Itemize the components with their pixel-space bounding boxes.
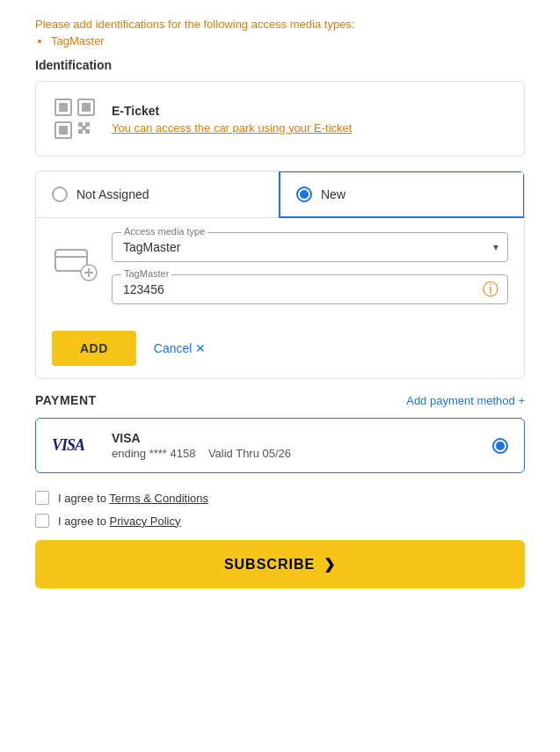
- privacy-checkbox-row: I agree to Privacy Policy: [35, 514, 525, 528]
- radio-selection-area: Not Assigned New Access media type TagMa…: [35, 171, 525, 379]
- info-icon[interactable]: ⓘ: [483, 279, 498, 300]
- add-payment-link[interactable]: Add payment method +: [406, 394, 525, 407]
- terms-checkbox-row: I agree to Terms & Conditions: [35, 491, 525, 505]
- card-radio-selected[interactable]: [492, 438, 508, 454]
- eticket-icon: [52, 96, 98, 142]
- privacy-link[interactable]: Privacy Policy: [110, 515, 181, 528]
- privacy-checkbox[interactable]: [35, 514, 49, 528]
- terms-link[interactable]: Terms & Conditions: [109, 492, 208, 505]
- privacy-label: I agree to Privacy Policy: [58, 515, 180, 528]
- cancel-label: Cancel: [154, 341, 193, 355]
- eticket-box: E-Ticket You can access the car park usi…: [35, 81, 525, 157]
- tagmaster-value: 123456: [123, 282, 164, 296]
- card-info: VISA ending **** 4158 Valid Thru 05/26: [112, 431, 478, 460]
- svg-rect-1: [59, 103, 68, 112]
- subscribe-button[interactable]: SUBSCRIBE ❯: [35, 540, 525, 588]
- cancel-icon: ✕: [195, 341, 206, 355]
- visa-logo: VISA: [52, 436, 98, 455]
- access-media-type-field[interactable]: Access media type TagMaster ▾: [112, 232, 508, 262]
- radio-not-assigned-circle: [52, 186, 68, 202]
- button-row: ADD Cancel ✕: [36, 318, 524, 378]
- chevron-right-icon: ❯: [324, 556, 336, 573]
- eticket-title: E-Ticket: [112, 104, 352, 118]
- payment-title: PAYMENT: [35, 393, 97, 407]
- dropdown-arrow-icon: ▾: [493, 241, 498, 253]
- radio-new[interactable]: New: [279, 171, 525, 218]
- radio-not-assigned-label: Not Assigned: [76, 187, 149, 201]
- payment-header: PAYMENT Add payment method +: [35, 393, 525, 407]
- radio-new-circle: [296, 186, 312, 202]
- card-valid: Valid Thru 05/26: [208, 447, 291, 460]
- alert-text: Please add identifications for the follo…: [35, 18, 525, 31]
- add-card-icon: [52, 239, 98, 285]
- eticket-desc-link: E-ticket: [314, 121, 352, 135]
- radio-row: Not Assigned New: [36, 172, 524, 218]
- svg-rect-10: [82, 126, 86, 130]
- card-brand-name: VISA: [112, 431, 478, 445]
- access-media-type-value: TagMaster: [123, 240, 180, 254]
- terms-label: I agree to Terms & Conditions: [58, 492, 208, 505]
- card-details: ending **** 4158 Valid Thru 05/26: [112, 447, 478, 460]
- eticket-desc: You can access the car park using your E…: [112, 121, 352, 135]
- card-ending: ending **** 4158: [112, 447, 195, 460]
- eticket-info: E-Ticket You can access the car park usi…: [112, 104, 352, 135]
- svg-rect-5: [59, 126, 68, 135]
- add-button[interactable]: ADD: [52, 331, 136, 366]
- eticket-desc-prefix: You can access the car park using your: [112, 121, 314, 135]
- alert-item: TagMaster: [51, 34, 525, 47]
- tagmaster-field[interactable]: TagMaster 123456 ⓘ: [112, 274, 508, 304]
- form-fields: Access media type TagMaster ▾ TagMaster …: [112, 232, 508, 304]
- identification-label: Identification: [35, 58, 525, 72]
- radio-not-assigned[interactable]: Not Assigned: [36, 172, 280, 217]
- form-area: Access media type TagMaster ▾ TagMaster …: [36, 218, 524, 318]
- svg-rect-3: [82, 103, 91, 112]
- payment-card[interactable]: VISA VISA ending **** 4158 Valid Thru 05…: [35, 418, 525, 473]
- tagmaster-label: TagMaster: [121, 268, 171, 279]
- terms-checkbox[interactable]: [35, 491, 49, 505]
- access-media-type-label: Access media type: [121, 226, 207, 237]
- cancel-button[interactable]: Cancel ✕: [154, 341, 207, 355]
- subscribe-label: SUBSCRIBE: [224, 557, 315, 573]
- radio-new-label: New: [321, 187, 345, 201]
